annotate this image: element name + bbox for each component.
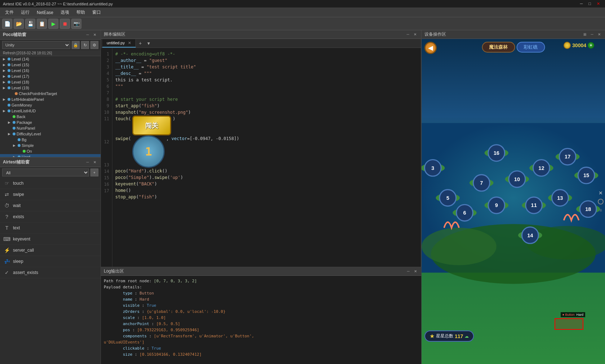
circle-icon[interactable] xyxy=(598,199,604,205)
tree-arrow: ▶ xyxy=(1,80,6,84)
poco-header-actions: ─ ✕ xyxy=(85,32,98,38)
expand-icon[interactable]: ≡ xyxy=(598,207,604,213)
toolbar-run[interactable]: ▶ xyxy=(48,19,58,29)
tree-item[interactable]: ▶ Level (19) xyxy=(0,85,101,91)
svg-text:13: 13 xyxy=(557,195,563,201)
tree-item[interactable]: ▶ Level (15) xyxy=(0,62,101,68)
airtest-item-server-call[interactable]: ⚡ server_call xyxy=(0,245,101,256)
airtest-minimize-icon[interactable]: ─ xyxy=(85,159,90,165)
airtest-text-label: text xyxy=(13,225,20,230)
tree-item[interactable]: ▶ Level (16) xyxy=(0,68,101,73)
toolbar-new[interactable]: 📄 xyxy=(2,19,12,29)
minimize-btn[interactable]: ─ xyxy=(578,1,585,6)
tree-item[interactable]: Bg xyxy=(0,137,101,143)
back-btn[interactable]: ◀ xyxy=(424,42,437,54)
tree-item[interactable]: Back xyxy=(0,114,101,120)
editor-tab-untitled[interactable]: untitled.py ✕ xyxy=(102,39,136,48)
airtest-filter-dropdown[interactable]: All xyxy=(2,168,89,176)
refresh-bar: Refresh:[2018-02-28 18:01:26] xyxy=(0,50,101,56)
text-icon: T xyxy=(4,225,10,231)
airtest-item-keyevent[interactable]: ⌨ keyevent xyxy=(0,234,101,245)
poco-device-dropdown[interactable]: Unity Android iOS xyxy=(2,41,70,49)
add-coins-btn[interactable]: + xyxy=(588,42,594,49)
menu-run[interactable]: 运行 xyxy=(17,9,33,16)
menu-file[interactable]: 文件 xyxy=(1,9,17,16)
tree-dot xyxy=(8,98,10,101)
tree-dot xyxy=(15,92,18,95)
tree-arrow xyxy=(17,149,22,153)
airtest-add-btn[interactable]: + xyxy=(90,168,98,176)
close-overlay-icon[interactable]: ✕ xyxy=(598,190,604,196)
airtest-item-touch[interactable]: ☞ touch xyxy=(0,178,101,189)
airtest-item-swipe[interactable]: ⇄ swipe xyxy=(0,189,101,200)
tree-item[interactable]: CheckPointHintTarget xyxy=(0,91,101,96)
center-split: 脚本编辑区 ─ ✕ untitled.py ✕ + ▾ 12345 678910 xyxy=(101,30,421,364)
tree-arrow: ▶ xyxy=(6,132,12,136)
tree-item-hard[interactable]: ▶ Hard xyxy=(0,154,101,157)
poco-refresh-btn[interactable]: ↻ xyxy=(81,41,89,49)
menu-netease[interactable]: NetEase xyxy=(33,9,57,16)
menu-help[interactable]: 帮助 xyxy=(73,9,89,16)
airtest-item-wait[interactable]: ⏱ wait xyxy=(0,200,101,211)
toolbar-save-as[interactable]: 📋 xyxy=(37,19,47,29)
toolbar-screenshot[interactable]: 📷 xyxy=(71,19,81,29)
right-side-icons: ✕ ≡ xyxy=(598,190,604,213)
airtest-item-text[interactable]: T text xyxy=(0,223,101,234)
image-badge-medal: 1 xyxy=(132,135,165,168)
tree-item[interactable]: GemMoney xyxy=(0,102,101,108)
tree-item[interactable]: ▶ DifficultyLevel xyxy=(0,131,101,137)
script-editor-close-icon[interactable]: ✕ xyxy=(412,32,418,37)
editor-tab-add[interactable]: + xyxy=(136,39,144,48)
tree-item[interactable]: NumPanel xyxy=(0,125,101,131)
log-min-icon[interactable]: ─ xyxy=(405,269,411,274)
tree-item[interactable]: ▶ Level (14) xyxy=(0,56,101,62)
toolbar-open[interactable]: 📂 xyxy=(14,19,24,29)
editor-tab-dropdown[interactable]: ▾ xyxy=(144,39,153,48)
airtest-item-assert-exists[interactable]: ✓ assert_exists xyxy=(0,267,101,278)
toolbar: 📄 📂 💾 📋 ▶ ⏹ 📷 xyxy=(0,17,605,30)
game-tab-reef[interactable]: 彩虹礁 xyxy=(516,42,545,53)
script-editor-min-icon[interactable]: ─ xyxy=(405,32,411,37)
airtest-item-exists[interactable]: ? exists xyxy=(0,211,101,223)
editor-tab-close[interactable]: ✕ xyxy=(128,41,131,45)
tree-item[interactable]: ▶ Level (17) xyxy=(0,73,101,79)
device-min-icon[interactable]: ─ xyxy=(589,32,595,37)
log-line: visible : True xyxy=(104,302,418,309)
device-layout-icon[interactable]: ⊞ xyxy=(582,32,588,37)
title-bar: Airtest IDE v0.0.4_2018-02-27 ~~ E:\test… xyxy=(0,0,605,8)
tree-item[interactable]: ▶ Simple xyxy=(0,143,101,148)
svg-text:15: 15 xyxy=(583,172,589,178)
airtest-item-sleep[interactable]: 💤 sleep xyxy=(0,256,101,267)
refresh-text: Refresh:[2018-02-28 18:01:26] xyxy=(3,51,52,55)
game-screen: 魔法森林 彩虹礁 30004 + ◀ xyxy=(422,39,605,364)
airtest-close-icon[interactable]: ✕ xyxy=(92,159,98,165)
close-btn[interactable]: ✕ xyxy=(595,1,602,6)
poco-panel-header: Poco辅助窗 ─ ✕ xyxy=(0,30,101,40)
airtest-header-actions: ─ ✕ xyxy=(85,159,98,165)
tree-arrow: ▶ xyxy=(12,155,17,157)
maximize-btn[interactable]: □ xyxy=(586,1,593,6)
tree-item[interactable]: ▶ LevelListHUD xyxy=(0,108,101,114)
tree-item[interactable]: ▶ Package xyxy=(0,120,101,125)
tree-arrow xyxy=(12,138,17,141)
tree-item[interactable]: ▶ LeftHideablePanel xyxy=(0,96,101,102)
code-area[interactable]: # -*- encoding=utf8 -*- __author__ = "gu… xyxy=(112,48,421,267)
log-line: pos : [0.793229163, 0.950925946] xyxy=(104,327,418,333)
svg-text:14: 14 xyxy=(527,233,533,238)
poco-lock-btn[interactable]: 🔒 xyxy=(72,41,80,49)
device-close-icon[interactable]: ✕ xyxy=(596,32,602,37)
log-content: Path from root node: [0, 7, 0, 3, 3, 2] … xyxy=(101,276,421,364)
game-tab-forest[interactable]: 魔法森林 xyxy=(482,42,515,53)
log-close-icon[interactable]: ✕ xyxy=(413,269,418,274)
toolbar-save[interactable]: 💾 xyxy=(25,19,35,29)
toolbar-stop[interactable]: ⏹ xyxy=(60,19,70,29)
poco-close-icon[interactable]: ✕ xyxy=(92,32,98,38)
svg-text:10: 10 xyxy=(514,176,520,182)
poco-minimize-icon[interactable]: ─ xyxy=(85,32,90,38)
tree-item[interactable]: ▶ Level (18) xyxy=(0,79,101,85)
poco-settings-btn[interactable]: ⚙ xyxy=(90,41,98,49)
tree-item[interactable]: On xyxy=(0,148,101,154)
menu-window[interactable]: 窗口 xyxy=(89,9,104,16)
editor-content: 12345 678910 1112 1314151617 # -*- encod… xyxy=(101,48,421,267)
menu-options[interactable]: 选项 xyxy=(57,9,73,16)
